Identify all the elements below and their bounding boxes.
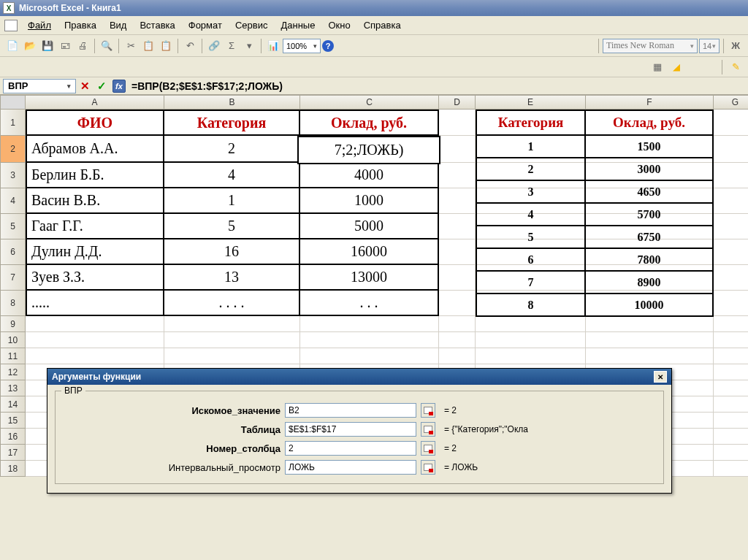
row-header-2[interactable]: 2 — [0, 136, 26, 163]
col-header-D[interactable]: D — [439, 95, 476, 110]
fill-button[interactable]: ◢ — [668, 59, 684, 75]
cell[interactable] — [714, 110, 748, 136]
cell[interactable] — [476, 332, 586, 348]
row-header-3[interactable]: 3 — [0, 163, 26, 188]
col-header-E[interactable]: E — [476, 95, 586, 110]
table2-cell[interactable]: 6 — [476, 249, 586, 272]
cell[interactable] — [714, 348, 748, 364]
enter-icon[interactable]: ✓ — [94, 80, 110, 93]
table2-cell[interactable]: 4650 — [586, 181, 714, 204]
cancel-icon[interactable]: ✕ — [76, 80, 94, 93]
cell[interactable] — [586, 348, 714, 364]
print-button[interactable]: 🖨 — [75, 38, 91, 54]
cell[interactable] — [164, 316, 300, 332]
cell[interactable] — [164, 332, 300, 348]
table1-cell[interactable]: Зуев З.З. — [26, 265, 164, 291]
table2-cell[interactable]: 8900 — [586, 272, 714, 294]
menu-help[interactable]: Справка — [358, 18, 407, 32]
row-header-12[interactable]: 12 — [0, 364, 26, 380]
menu-insert[interactable]: Вставка — [134, 18, 180, 32]
range-selector-icon[interactable] — [421, 403, 435, 418]
cell[interactable] — [439, 348, 476, 364]
cell[interactable] — [439, 265, 476, 291]
menu-format[interactable]: Формат — [183, 18, 228, 32]
close-icon[interactable]: ✕ — [654, 371, 667, 383]
research-button[interactable]: 🔍 — [99, 38, 115, 54]
arg-input[interactable]: $E$1:$F$17 — [285, 422, 416, 437]
cell[interactable] — [439, 291, 476, 316]
table1-cell[interactable]: . . . . — [164, 291, 300, 316]
highlight-button[interactable]: ✎ — [728, 59, 744, 75]
font-select[interactable]: Times New Roman — [603, 39, 698, 53]
col-header-C[interactable]: C — [300, 95, 439, 110]
cell[interactable] — [26, 332, 164, 348]
cell[interactable] — [439, 188, 476, 214]
cell[interactable] — [714, 188, 748, 214]
cell[interactable] — [439, 214, 476, 239]
cell[interactable] — [714, 239, 748, 265]
row-header-18[interactable]: 18 — [0, 461, 26, 477]
menu-file[interactable]: Файл — [22, 18, 57, 32]
copy-button[interactable]: 📋 — [140, 38, 156, 54]
cell[interactable] — [164, 348, 300, 364]
arg-input[interactable]: B2 — [285, 403, 416, 418]
table2-cell[interactable]: 7 — [476, 272, 586, 294]
table2-cell[interactable]: 5 — [476, 226, 586, 249]
table1-cell[interactable]: ..... — [26, 291, 164, 316]
cell[interactable] — [439, 239, 476, 265]
col-header-F[interactable]: F — [586, 95, 714, 110]
table1-cell[interactable]: . . . — [300, 291, 439, 316]
cell[interactable] — [714, 163, 748, 188]
cell[interactable] — [300, 348, 439, 364]
cell[interactable] — [714, 291, 748, 316]
table2-cell[interactable]: 5700 — [586, 204, 714, 226]
active-cell-editor[interactable]: 7;2;ЛОЖЬ) — [297, 136, 440, 164]
cell[interactable] — [476, 316, 586, 332]
table1-cell[interactable]: 4000 — [300, 163, 439, 188]
table1-cell[interactable]: 1 — [164, 188, 300, 214]
menu-tools[interactable]: Сервис — [229, 18, 274, 32]
open-button[interactable]: 📂 — [22, 38, 38, 54]
menu-window[interactable]: Окно — [322, 18, 356, 32]
table1-cell[interactable]: Гааг Г.Г. — [26, 214, 164, 239]
cell[interactable] — [26, 316, 164, 332]
table1-cell[interactable]: Васин В.В. — [26, 188, 164, 214]
table2-cell[interactable]: 1500 — [586, 136, 714, 158]
cell[interactable] — [714, 413, 748, 429]
row-header-4[interactable]: 4 — [0, 188, 26, 214]
col-header-A[interactable]: A — [26, 95, 164, 110]
cut-button[interactable]: ✂ — [123, 38, 139, 54]
cell[interactable] — [476, 348, 586, 364]
cell[interactable] — [714, 265, 748, 291]
row-header-6[interactable]: 6 — [0, 239, 26, 265]
cell[interactable] — [586, 332, 714, 348]
row-header-17[interactable]: 17 — [0, 445, 26, 461]
table2-cell[interactable]: 8 — [476, 294, 586, 317]
bold-button[interactable]: Ж — [728, 38, 744, 54]
row-header-5[interactable]: 5 — [0, 214, 26, 239]
cell[interactable] — [714, 429, 748, 445]
cell[interactable] — [439, 163, 476, 188]
table1-cell[interactable]: Дулин Д.Д. — [26, 239, 164, 265]
table2-cell[interactable]: 2 — [476, 158, 586, 181]
sort-button[interactable]: ▾ — [241, 38, 257, 54]
row-header-9[interactable]: 9 — [0, 316, 26, 332]
cell[interactable] — [300, 332, 439, 348]
cell[interactable] — [439, 316, 476, 332]
cell[interactable] — [26, 348, 164, 364]
table1-cell[interactable]: 2 — [164, 136, 300, 163]
table2-cell[interactable]: 3 — [476, 181, 586, 204]
cell[interactable] — [300, 316, 439, 332]
cell[interactable] — [439, 110, 476, 136]
table1-cell[interactable]: 5000 — [300, 214, 439, 239]
cell[interactable] — [714, 461, 748, 477]
chart-button[interactable]: 📊 — [265, 38, 281, 54]
table-button[interactable]: ▦ — [649, 59, 665, 75]
dialog-titlebar[interactable]: Аргументы функции ✕ — [47, 369, 671, 385]
new-button[interactable]: 📄 — [4, 38, 20, 54]
cell[interactable] — [714, 332, 748, 348]
row-header-11[interactable]: 11 — [0, 348, 26, 364]
permission-button[interactable]: 🖃 — [57, 38, 73, 54]
menu-view[interactable]: Вид — [104, 18, 133, 32]
table2-cell[interactable]: 1 — [476, 136, 586, 158]
